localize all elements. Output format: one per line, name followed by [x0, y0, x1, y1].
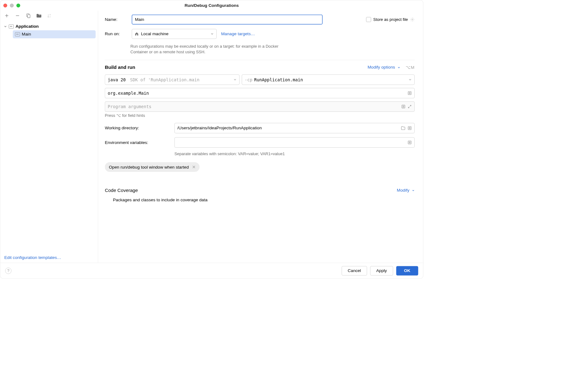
config-sidebar: az •• Application •• Main Edit configura… — [0, 11, 98, 263]
run-on-label: Run on: — [105, 31, 127, 36]
home-icon — [135, 32, 139, 36]
cancel-button[interactable]: Cancel — [342, 266, 367, 275]
chevron-down-icon — [234, 78, 237, 81]
run-on-select[interactable]: Local machine — [132, 29, 217, 39]
open-tool-window-chip[interactable]: Open run/debug tool window when started … — [105, 162, 200, 172]
store-as-project-file-label: Store as project file — [373, 17, 408, 22]
remove-config-button[interactable] — [15, 13, 21, 19]
manage-targets-link[interactable]: Manage targets… — [221, 31, 255, 36]
edit-templates-link[interactable]: Edit configuration templates… — [4, 255, 61, 260]
coverage-subtitle: Packages and classes to include in cover… — [113, 198, 415, 203]
run-on-value: Local machine — [141, 31, 168, 36]
jdk-hint: SDK of 'RunApplication.main — [130, 77, 199, 82]
svg-point-4 — [412, 19, 413, 20]
modify-options-shortcut: ⌥M — [406, 65, 415, 70]
chevron-down-icon — [412, 189, 415, 192]
sidebar-toolbar: az — [0, 11, 98, 21]
list-icon[interactable] — [401, 105, 405, 109]
modify-options-link[interactable]: Modify options — [368, 65, 400, 70]
env-variables-hint: Separate variables with semicolon: VAR=v… — [174, 152, 414, 156]
list-icon[interactable] — [408, 91, 412, 95]
dialog-footer: ? Cancel Apply OK — [0, 263, 423, 278]
chevron-down-icon — [210, 32, 214, 36]
list-icon[interactable] — [408, 126, 412, 130]
window-title: Run/Debug Configurations — [0, 3, 423, 8]
folder-icon[interactable] — [36, 13, 42, 19]
divider — [105, 60, 415, 60]
classpath-select[interactable]: -cp RunApplication.main — [242, 74, 414, 85]
run-debug-config-window: Run/Debug Configurations az — [0, 0, 423, 279]
titlebar: Run/Debug Configurations — [0, 0, 423, 11]
application-type-icon: •• — [15, 32, 20, 36]
add-config-button[interactable] — [4, 13, 10, 19]
name-input[interactable] — [132, 15, 323, 25]
cp-flag: -cp — [245, 77, 253, 82]
config-tree: •• Application •• Main — [0, 21, 98, 252]
chevron-down-icon — [408, 78, 412, 81]
chip-label: Open run/debug tool window when started — [109, 165, 189, 170]
gear-icon[interactable] — [410, 17, 414, 22]
apply-button[interactable]: Apply — [370, 266, 393, 275]
content-scroll[interactable]: Name: Store as project file Run on: — [105, 15, 417, 261]
tree-node-main[interactable]: •• Main — [13, 30, 96, 38]
list-icon[interactable] — [408, 141, 412, 145]
copy-config-button[interactable] — [25, 13, 31, 19]
help-button[interactable]: ? — [5, 268, 12, 274]
name-label: Name: — [105, 17, 127, 22]
expand-icon[interactable] — [408, 105, 412, 109]
env-variables-input[interactable] — [174, 137, 414, 148]
code-coverage-heading: Code Coverage — [105, 188, 138, 193]
working-directory-value: /Users/jetbrains/IdeaProjects/RunApplica… — [177, 126, 262, 131]
chevron-down-icon — [4, 25, 7, 28]
sort-alpha-button[interactable]: az — [47, 13, 53, 19]
ok-button[interactable]: OK — [396, 266, 418, 275]
cp-value: RunApplication.main — [254, 77, 303, 82]
tree-node-label: Application — [16, 24, 39, 29]
chevron-down-icon — [398, 66, 400, 69]
store-as-project-file-checkbox[interactable] — [366, 17, 371, 22]
tree-node-application[interactable]: •• Application — [2, 23, 96, 30]
args-placeholder: Program arguments — [108, 104, 152, 109]
svg-text:z: z — [50, 16, 51, 18]
tree-node-label: Main — [22, 32, 31, 37]
jdk-select[interactable]: java 20 SDK of 'RunApplication.main — [105, 74, 239, 85]
program-arguments-input[interactable]: Program arguments — [105, 102, 415, 112]
close-icon[interactable]: ✕ — [192, 165, 196, 170]
coverage-modify-link[interactable]: Modify — [397, 188, 415, 193]
svg-rect-1 — [28, 15, 30, 18]
working-directory-label: Working directory: — [105, 126, 170, 131]
working-directory-input[interactable]: /Users/jetbrains/IdeaProjects/RunApplica… — [174, 123, 414, 133]
build-and-run-heading: Build and run — [105, 64, 135, 70]
main-class-input[interactable]: org.example.Main — [105, 88, 415, 98]
application-type-icon: •• — [9, 24, 14, 28]
main-class-value: org.example.Main — [108, 91, 149, 96]
svg-text:a: a — [50, 13, 51, 16]
jdk-value: java 20 — [108, 77, 126, 82]
config-content: Name: Store as project file Run on: — [98, 11, 423, 263]
folder-icon[interactable] — [401, 126, 405, 130]
env-variables-label: Environment variables: — [105, 140, 170, 145]
field-hints-note: Press ⌥ for field hints — [105, 113, 415, 118]
run-on-hint: Run configurations may be executed local… — [130, 43, 296, 55]
